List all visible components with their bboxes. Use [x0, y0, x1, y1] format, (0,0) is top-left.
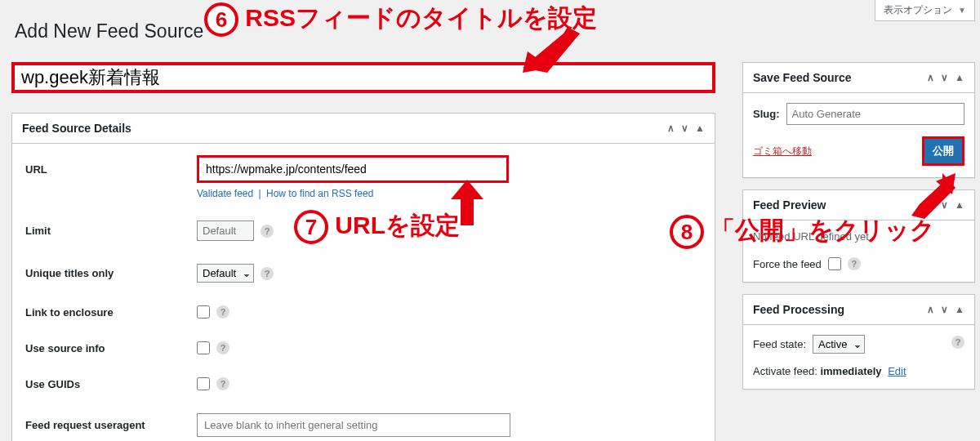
help-icon[interactable]: ? [261, 225, 274, 238]
link-enclosure-checkbox[interactable] [197, 305, 210, 318]
slug-input[interactable] [786, 103, 965, 125]
screen-options-label: 表示オプション [884, 4, 952, 16]
help-icon[interactable]: ? [261, 267, 274, 280]
force-feed-label: Force the feed [753, 258, 822, 270]
help-icon[interactable]: ? [216, 341, 229, 354]
help-icon[interactable]: ? [216, 377, 229, 390]
help-icon[interactable]: ? [848, 257, 861, 270]
panel-move-up-icon[interactable]: ∧ [667, 122, 675, 134]
force-feed-checkbox[interactable] [828, 257, 841, 270]
activate-feed-label: Activate feed: [753, 365, 817, 377]
annotation-number-6: 6 [204, 2, 238, 37]
feed-url-input[interactable] [197, 155, 509, 183]
panel-toggle-icon[interactable]: ▲ [955, 72, 964, 83]
useragent-label: Feed request useragent [25, 419, 197, 431]
url-label: URL [25, 163, 197, 176]
panel-toggle-icon[interactable]: ▲ [695, 122, 705, 134]
separator: | [259, 188, 261, 199]
feed-state-select[interactable]: Active [813, 335, 865, 354]
panel-toggle-icon[interactable]: ▲ [955, 199, 964, 211]
panel-heading: Feed Source Details [22, 122, 131, 135]
use-source-checkbox[interactable] [197, 341, 210, 354]
save-feed-source-panel: Save Feed Source ∧ ∨ ▲ Slug: ゴミ箱へ移動 公開 [742, 62, 975, 178]
panel-heading: Feed Processing [753, 303, 844, 316]
feed-title-input[interactable] [11, 62, 715, 93]
use-guids-checkbox[interactable] [197, 377, 210, 390]
use-guids-label: Use GUIDs [25, 378, 197, 390]
help-icon[interactable]: ? [951, 336, 964, 349]
annotation-text-6: RSSフィードのタイトルを設定 [245, 4, 597, 31]
panel-move-up-icon[interactable]: ∧ [927, 199, 934, 211]
feed-state-label: Feed state: [753, 338, 806, 350]
limit-label: Limit [25, 225, 197, 237]
help-icon[interactable]: ? [216, 305, 229, 318]
panel-move-up-icon[interactable]: ∧ [927, 72, 934, 83]
slug-label: Slug: [753, 108, 780, 120]
annotation-6: 6 RSSフィードのタイトルを設定 [204, 2, 597, 37]
move-to-trash-link[interactable]: ゴミ箱へ移動 [753, 145, 812, 158]
publish-button[interactable]: 公開 [922, 136, 964, 166]
link-enclosure-label: Link to enclosure [25, 306, 197, 318]
validate-feed-link[interactable]: Validate feed [197, 188, 253, 199]
caret-down-icon: ▼ [958, 6, 966, 15]
panel-heading: Feed Preview [753, 198, 826, 212]
howto-feed-link[interactable]: How to find an RSS feed [266, 188, 373, 199]
use-source-label: Use source info [25, 342, 197, 354]
unique-titles-label: Unique titles only [25, 267, 197, 279]
no-feed-text: No feed URL defined yet [753, 230, 964, 243]
panel-move-down-icon[interactable]: ∨ [941, 199, 948, 211]
limit-input[interactable] [197, 220, 254, 241]
feed-source-details-panel: Feed Source Details ∧ ∨ ▲ URL Validate f… [11, 113, 715, 441]
unique-titles-select[interactable]: Default [197, 264, 254, 283]
panel-move-up-icon[interactable]: ∧ [927, 304, 934, 315]
useragent-input[interactable] [197, 413, 510, 437]
screen-options-toggle[interactable]: 表示オプション ▼ [875, 0, 975, 21]
page-title: Add New Feed Source [15, 20, 203, 42]
feed-preview-panel: Feed Preview ∧ ∨ ▲ No feed URL defined y… [742, 189, 975, 283]
activate-edit-link[interactable]: Edit [888, 365, 906, 377]
activate-feed-value: immediately [820, 365, 881, 377]
feed-processing-panel: Feed Processing ∧ ∨ ▲ ? Feed state: Acti… [742, 294, 975, 390]
panel-toggle-icon[interactable]: ▲ [955, 304, 964, 315]
panel-heading: Save Feed Source [753, 71, 852, 84]
panel-move-down-icon[interactable]: ∨ [941, 72, 948, 83]
panel-move-down-icon[interactable]: ∨ [941, 304, 948, 315]
panel-move-down-icon[interactable]: ∨ [681, 122, 688, 134]
